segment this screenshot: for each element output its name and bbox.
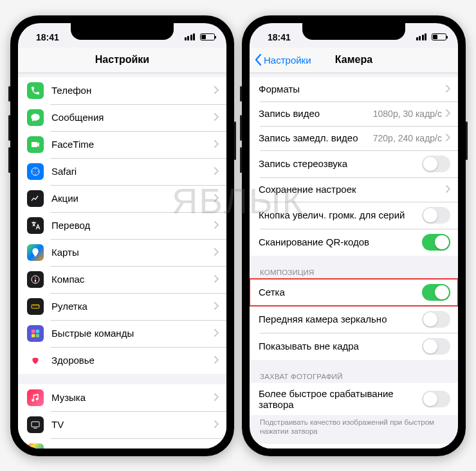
stocks-icon xyxy=(27,190,44,207)
row-label: Рулетка xyxy=(51,301,214,312)
back-button[interactable]: Настройки xyxy=(255,48,311,73)
chevron-right-icon xyxy=(214,274,219,285)
row-label: Кнопка увелич. громк. для серий xyxy=(259,209,422,220)
notch xyxy=(71,23,174,40)
shortcuts-icon xyxy=(27,325,44,342)
svg-rect-8 xyxy=(32,422,39,427)
toggle-switch[interactable] xyxy=(422,338,450,355)
signal-icon xyxy=(416,33,427,40)
notch xyxy=(302,23,405,40)
svg-rect-3 xyxy=(32,330,35,333)
chevron-right-icon xyxy=(214,220,219,231)
toggle-switch[interactable] xyxy=(422,156,450,172)
settings-row[interactable]: Телефон xyxy=(18,77,226,104)
battery-icon xyxy=(432,33,446,40)
compass-icon xyxy=(27,163,44,180)
row-label: Фото xyxy=(51,446,214,449)
row-label: Форматы xyxy=(259,84,446,94)
settings-row[interactable]: Музыка xyxy=(18,384,226,411)
settings-row[interactable]: Safari xyxy=(18,158,226,185)
message-icon xyxy=(27,109,44,126)
mute-switch xyxy=(8,86,10,102)
mute-switch xyxy=(240,86,242,102)
phone-icon xyxy=(27,82,44,99)
row-label: Сканирование QR-кодов xyxy=(259,236,422,247)
row-value: 720p, 240 кадр/с xyxy=(373,133,442,143)
row-label: Акции xyxy=(51,193,214,204)
chevron-right-icon xyxy=(214,328,219,339)
row-label: Здоровье xyxy=(51,355,214,366)
row-label: Показывать вне кадра xyxy=(259,341,422,351)
chevron-right-icon xyxy=(214,392,219,403)
settings-row[interactable]: FaceTime xyxy=(18,131,226,158)
page-title: Настройки xyxy=(95,54,149,66)
row-label: Компас xyxy=(51,274,214,285)
settings-row[interactable]: Рулетка xyxy=(18,293,226,320)
settings-row[interactable]: Перевод xyxy=(18,212,226,239)
settings-row[interactable]: Сканирование QR-кодов xyxy=(250,229,458,256)
settings-row[interactable]: Запись стереозвука xyxy=(250,150,458,177)
row-label: Запись замедл. видео xyxy=(259,132,373,143)
settings-row[interactable]: TV xyxy=(18,411,226,438)
chevron-right-icon xyxy=(446,132,450,143)
settings-row[interactable]: Компас xyxy=(18,266,226,293)
settings-row[interactable]: Фото xyxy=(18,438,226,449)
row-label: Перевод xyxy=(51,220,214,231)
settings-row[interactable]: Запись видео1080p, 30 кадр/с xyxy=(250,102,458,126)
settings-list[interactable]: ТелефонСообщенияFaceTimeSafariАкцииПерев… xyxy=(18,73,226,449)
volume-up-button xyxy=(240,115,242,141)
row-label: Быстрые команды xyxy=(51,328,214,339)
settings-row[interactable]: Сетка xyxy=(250,279,458,306)
settings-row[interactable]: Более быстрое срабатывание затвора xyxy=(250,383,458,415)
page-title: Камера xyxy=(335,54,372,66)
toggle-switch[interactable] xyxy=(422,207,450,224)
settings-row[interactable]: Передняя камера зеркально xyxy=(250,306,458,333)
chevron-right-icon xyxy=(446,108,450,119)
status-time: 18:41 xyxy=(36,32,59,42)
row-label: Сообщения xyxy=(51,112,214,123)
iphone-right: 18:41 Настройки Камера ФорматыЗапись вид… xyxy=(242,15,466,456)
camera-settings-list[interactable]: ФорматыЗапись видео1080p, 30 кадр/сЗапис… xyxy=(250,73,458,449)
settings-row[interactable]: Акции xyxy=(18,185,226,212)
chevron-right-icon xyxy=(214,446,219,449)
chevron-right-icon xyxy=(446,84,450,94)
battery-icon xyxy=(200,33,215,40)
row-label: Сетка xyxy=(259,287,422,298)
map-icon xyxy=(27,244,44,261)
row-label: Передняя камера зеркально xyxy=(259,314,422,324)
toggle-switch[interactable] xyxy=(422,311,450,328)
back-label: Настройки xyxy=(264,55,311,66)
row-label: Запись видео xyxy=(259,108,373,119)
photo-icon xyxy=(27,443,44,449)
chevron-right-icon xyxy=(214,355,219,366)
chevron-right-icon xyxy=(214,193,219,204)
row-label: Safari xyxy=(51,166,214,177)
row-label: FaceTime xyxy=(51,139,214,150)
svg-rect-4 xyxy=(36,330,39,333)
chevron-right-icon xyxy=(446,184,450,195)
settings-row[interactable]: Здоровье xyxy=(18,347,226,374)
settings-row[interactable]: Показывать вне кадра xyxy=(250,333,458,360)
volume-down-button xyxy=(240,147,242,173)
chevron-right-icon xyxy=(214,166,219,177)
iphone-left: 18:41 Настройки ТелефонСообщенияFaceTime… xyxy=(10,15,234,456)
settings-row[interactable]: Смарт-HDR xyxy=(250,444,458,448)
chevron-right-icon xyxy=(214,419,219,430)
settings-row[interactable]: Сохранение настроек xyxy=(250,177,458,202)
section-header: КОМПОЗИЦИЯ xyxy=(250,266,458,279)
settings-row[interactable]: Карты xyxy=(18,239,226,266)
toggle-switch[interactable] xyxy=(422,234,450,251)
volume-down-button xyxy=(8,147,10,173)
settings-row[interactable]: Форматы xyxy=(250,77,458,102)
chevron-right-icon xyxy=(214,112,219,123)
toggle-switch[interactable] xyxy=(422,284,450,301)
toggle-switch[interactable] xyxy=(422,391,450,407)
settings-row[interactable]: Сообщения xyxy=(18,104,226,131)
row-label: Запись стереозвука xyxy=(259,158,422,169)
chevron-right-icon xyxy=(214,85,219,96)
settings-row[interactable]: Запись замедл. видео720p, 240 кадр/с xyxy=(250,126,458,150)
settings-row[interactable]: Быстрые команды xyxy=(18,320,226,347)
settings-row[interactable]: Кнопка увелич. громк. для серий xyxy=(250,202,458,229)
row-label: Сохранение настроек xyxy=(259,184,446,195)
nav-header: Настройки xyxy=(18,48,226,73)
